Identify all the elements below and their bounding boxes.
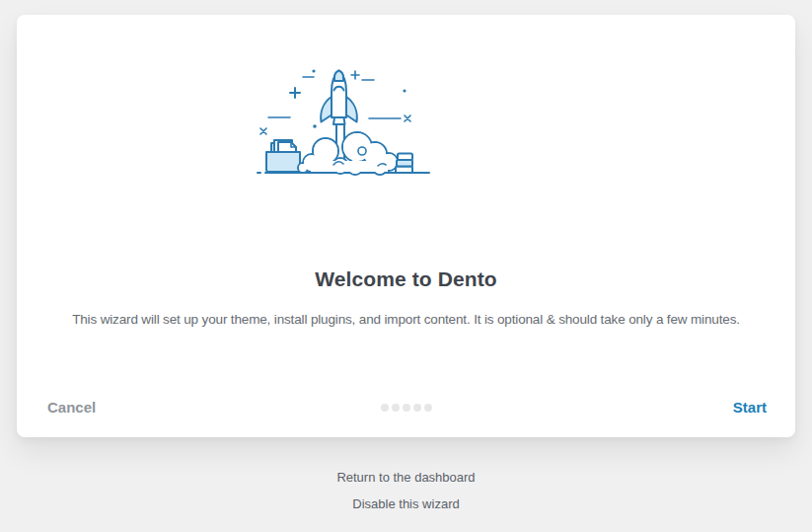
progress-dots bbox=[381, 404, 432, 412]
progress-dot bbox=[413, 404, 421, 412]
progress-dot bbox=[403, 404, 410, 412]
progress-dot bbox=[381, 404, 389, 412]
progress-dot bbox=[424, 404, 432, 412]
cancel-button[interactable]: Cancel bbox=[47, 399, 96, 416]
return-dashboard-link[interactable]: Return to the dashboard bbox=[0, 470, 812, 486]
wizard-page: { "window": { "background": "#f0f0f1" },… bbox=[0, 0, 812, 532]
page-title: Welcome to Dento bbox=[17, 267, 795, 291]
progress-dot bbox=[392, 404, 400, 412]
folder-documents-shape bbox=[266, 140, 300, 172]
book-stack-shape bbox=[396, 154, 412, 174]
setup-wizard-card: Welcome to Dento This wizard will set up… bbox=[17, 15, 795, 437]
rocket-launch-icon bbox=[252, 66, 439, 185]
below-card-links: Return to the dashboard Disable this wiz… bbox=[0, 470, 812, 523]
wizard-description: This wizard will set up your theme, inst… bbox=[17, 311, 795, 328]
smoke-clouds-shape bbox=[298, 132, 398, 175]
rocket-shape bbox=[321, 71, 357, 125]
rocket-launch-illustration bbox=[252, 66, 439, 185]
start-button[interactable]: Start bbox=[733, 399, 767, 416]
card-footer: Cancel Start bbox=[17, 398, 795, 421]
disable-wizard-link[interactable]: Disable this wizard bbox=[0, 496, 812, 512]
